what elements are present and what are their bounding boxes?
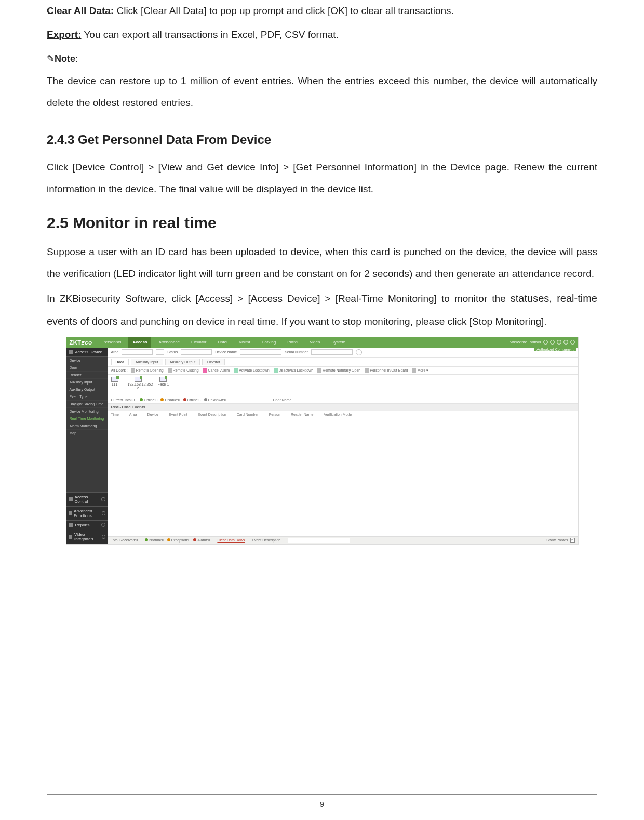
info-icon[interactable] xyxy=(550,340,555,345)
sidebar-item-event-type[interactable]: Event Type xyxy=(66,393,108,401)
tab-attendance[interactable]: Attendance xyxy=(154,337,183,348)
filter-row: Area Status ------ Device Name Serial Nu… xyxy=(108,348,578,358)
col-time: Time xyxy=(111,413,119,416)
status-legend-offline: Offline:3 xyxy=(183,398,201,402)
sidebar-section-advanced-functions[interactable]: Advanced Functions xyxy=(66,507,108,521)
sidebar-section-reports[interactable]: Reports xyxy=(66,521,108,530)
toolbar-icon xyxy=(203,368,207,373)
sidebar-section-video-integrated[interactable]: Video Integrated xyxy=(66,530,108,544)
toolbar-icon xyxy=(317,368,321,373)
subtab-auxiliary-output[interactable]: Auxiliary Output xyxy=(165,359,200,365)
event-desc-input[interactable] xyxy=(288,538,350,543)
section-icon xyxy=(69,497,73,501)
tab-personnel[interactable]: Personnel xyxy=(98,337,125,348)
tab-parking[interactable]: Parking xyxy=(258,337,280,348)
device-111[interactable]: 111 xyxy=(111,377,118,386)
tab-visitor[interactable]: Visitor xyxy=(235,337,254,348)
sidebar-item-daylight-saving-time[interactable]: Daylight Saving Time xyxy=(66,401,108,408)
toolbar-activate-lockdown[interactable]: Activate Lockdown xyxy=(234,368,269,373)
show-photos-checkbox[interactable] xyxy=(570,538,575,543)
device-area: 111192.168.12.252-2Face-1 xyxy=(108,375,578,396)
expand-icon[interactable] xyxy=(102,535,105,539)
serial-input[interactable] xyxy=(311,349,353,355)
subtab-auxiliary-input[interactable]: Auxiliary Input xyxy=(131,359,163,365)
footer-legend-normal: Normal:0 xyxy=(145,538,164,542)
device-name-input[interactable] xyxy=(240,349,281,355)
expand-icon[interactable] xyxy=(102,511,105,515)
logout-icon[interactable] xyxy=(570,340,575,345)
sidebar-item-map[interactable]: Map xyxy=(66,430,108,437)
toolbar-icon xyxy=(168,368,172,373)
status-row: Current Total:3 Online:0Disable:0Offline… xyxy=(108,396,578,404)
export-para: Export: You can export all transactions … xyxy=(47,24,597,46)
about-icon[interactable] xyxy=(564,340,568,345)
tab-hotel[interactable]: Hotel xyxy=(213,337,232,348)
door-icon xyxy=(159,377,167,382)
search-icon[interactable] xyxy=(356,349,362,355)
sidebar-item-door[interactable]: Door xyxy=(66,364,108,372)
tab-patrol[interactable]: Patrol xyxy=(283,337,302,348)
sidebar-item-real-time-monitoring[interactable]: Real-Time Monitoring xyxy=(66,415,108,422)
sidebar-item-reader[interactable]: Reader xyxy=(66,372,108,379)
sidebar-item-device-monitoring[interactable]: Device Monitoring xyxy=(66,408,108,415)
sidebar-item-alarm-monitoring[interactable]: Alarm Monitoring xyxy=(66,422,108,430)
topbar-right: Welcome, admin xyxy=(510,337,574,348)
sidebar-item-auxiliary-output[interactable]: Auxiliary Output xyxy=(66,386,108,393)
subtab-door[interactable]: Door xyxy=(111,359,129,365)
power-icon[interactable] xyxy=(543,340,548,345)
toolbar-more-[interactable]: More ▾ xyxy=(412,368,428,373)
device-name-label: Device Name xyxy=(215,350,237,354)
col-card-number: Card Number xyxy=(237,413,259,416)
clear-data-rows-link[interactable]: Clear Data Rows xyxy=(217,538,245,542)
col-event-description: Event Description xyxy=(198,413,226,416)
toolbar-icon xyxy=(131,368,135,373)
sidebar-item-auxiliary-input[interactable]: Auxiliary Input xyxy=(66,379,108,386)
area-label: Area xyxy=(111,350,119,354)
clear-all-data-body: Click [Clear All Data] to pop up prompt … xyxy=(114,5,454,16)
authorized-company: Authorized Company: t xyxy=(534,348,575,351)
status-select[interactable]: ------ xyxy=(181,349,212,355)
body-2-5-a: Suppose a user with an ID card has been … xyxy=(47,241,597,285)
body-2-5-b-3: and punching on device in real time. If … xyxy=(118,316,547,327)
area-picker-button[interactable] xyxy=(156,349,164,355)
total-received: Total Received:0 xyxy=(111,538,138,542)
footer-legend-exception: Exception:0 xyxy=(167,538,191,542)
tab-elevator[interactable]: Elevator xyxy=(187,337,210,348)
tab-video[interactable]: Video xyxy=(305,337,324,348)
toolbar-remote-normally-open[interactable]: Remote Normally Open xyxy=(317,368,360,373)
subtab-elevator[interactable]: Elevator xyxy=(202,359,225,365)
expand-icon[interactable] xyxy=(101,497,105,501)
footer-bar: Total Received:0 Normal:0Exception:0Alar… xyxy=(108,536,578,544)
sidebar-section-access-control[interactable]: Access Control xyxy=(66,493,108,507)
tab-access[interactable]: Access xyxy=(128,337,151,348)
area-input[interactable] xyxy=(122,349,153,355)
realtime-body xyxy=(108,418,578,536)
section-icon xyxy=(69,535,73,539)
section-icon xyxy=(69,523,73,527)
status-label: Status xyxy=(167,350,178,354)
show-photos-label: Show Photos xyxy=(546,538,568,542)
col-event-point: Event Point xyxy=(169,413,187,416)
export-body: You can export all transactions in Excel… xyxy=(82,29,339,40)
brand-logo: ZKTECO xyxy=(70,339,92,346)
toolbar-remote-closing[interactable]: Remote Closing xyxy=(168,368,199,373)
toolbar-remote-opening[interactable]: Remote Opening xyxy=(131,368,164,373)
col-reader-name: Reader Name xyxy=(291,413,314,416)
device-Face-1[interactable]: Face-1 xyxy=(158,377,169,386)
expand-icon[interactable] xyxy=(101,523,105,527)
tab-system[interactable]: System xyxy=(327,337,350,348)
toolbar-icon xyxy=(365,368,369,373)
toolbar-icon xyxy=(234,368,238,373)
realtime-events-header: Real-Time Events xyxy=(108,404,578,411)
main-panel: Area Status ------ Device Name Serial Nu… xyxy=(108,348,578,544)
door-icon xyxy=(135,377,142,382)
sidebar-item-device[interactable]: Device xyxy=(66,357,108,364)
help-icon[interactable] xyxy=(557,340,561,345)
sidebar-section-access-device[interactable]: Access Device xyxy=(66,348,108,357)
toolbar-personnel-in-out-board[interactable]: Personnel In/Out Board xyxy=(365,368,408,373)
toolbar-deactivate-lockdown[interactable]: Deactivate Lockdown xyxy=(274,368,314,373)
note-label: Note xyxy=(55,54,75,64)
note-colon: : xyxy=(75,54,78,64)
device-192-168-12-252-2[interactable]: 192.168.12.252-2 xyxy=(128,377,149,390)
toolbar-cancel-alarm[interactable]: Cancel Alarm xyxy=(203,368,230,373)
